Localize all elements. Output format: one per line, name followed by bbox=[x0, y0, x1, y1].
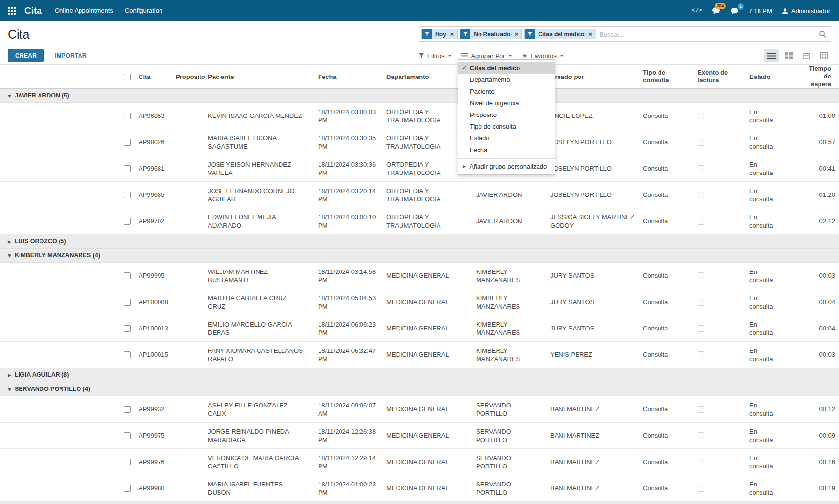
cell-departamento: MEDICINA GENERAL bbox=[386, 298, 449, 306]
cell-creado-por: JOSELYN PORTILLO bbox=[550, 164, 612, 173]
groupby-option-label: Departamento bbox=[470, 76, 510, 83]
topbar-menu-item[interactable]: Configuration bbox=[119, 0, 168, 21]
col-header-creado-por[interactable]: Creado por bbox=[546, 65, 639, 89]
table-row[interactable]: AP99932ASHLEY EILLE GONZALEZ CALIX18/11/… bbox=[0, 396, 839, 423]
groupby-option[interactable]: Propósito bbox=[458, 109, 555, 120]
filter-icon bbox=[422, 29, 432, 39]
table-row[interactable]: AP100015FANY XIOMARA CASTELLANOS RAPALO1… bbox=[0, 342, 839, 368]
cell-cita: AP99975 bbox=[135, 423, 172, 449]
row-checkbox[interactable] bbox=[124, 325, 131, 332]
chat-icon[interactable]: 1 bbox=[730, 7, 739, 15]
col-header-estado[interactable]: Estado bbox=[745, 65, 800, 89]
table-row[interactable]: AP99975JORGE REINALDO PINEDA MARADIAGA18… bbox=[0, 423, 839, 449]
app-brand[interactable]: Cita bbox=[24, 5, 42, 16]
table-row[interactable]: AP99980MARIA ISABEL FUENTES DUBON18/11/2… bbox=[0, 475, 839, 502]
cell-cita: AP99995 bbox=[135, 263, 172, 289]
apps-grid-icon[interactable] bbox=[6, 5, 18, 17]
cell-proposito bbox=[172, 396, 204, 423]
groupby-option[interactable]: Estado bbox=[458, 132, 555, 144]
table-row[interactable]: AP100013EMILIO MARCELLO GARCIA DERAS18/1… bbox=[0, 315, 839, 342]
cell-espera: 02:12 bbox=[800, 208, 839, 234]
row-checkbox[interactable] bbox=[124, 406, 131, 413]
col-header-espera[interactable]: Tiempo de espera bbox=[800, 65, 839, 89]
group-row[interactable]: ▼SERVANDO PORTILLO (4) bbox=[0, 382, 839, 396]
row-checkbox[interactable] bbox=[124, 139, 131, 146]
table-header-row: Cita Propósito Paciente Fecha Departamen… bbox=[0, 65, 839, 89]
cell-paciente: VERONICA DE MARIA GARCIA CASTILLO bbox=[208, 454, 305, 470]
import-button[interactable]: IMPORTAR bbox=[52, 52, 90, 59]
table-row[interactable]: AP100008MARTHA GABRIELA CRUZ CRUZ18/11/2… bbox=[0, 289, 839, 315]
table-row[interactable]: AP99681JOSE YEISON HERNANDEZ VARELA18/11… bbox=[0, 155, 839, 182]
group-row[interactable]: ▶LIGIA AGUILAR (8) bbox=[0, 368, 839, 382]
cell-estado: En consulta bbox=[749, 213, 777, 230]
groupby-option[interactable]: Tipo de consulta bbox=[458, 120, 555, 132]
calendar-view-icon[interactable] bbox=[799, 49, 814, 62]
add-custom-group[interactable]: ▶ Añadir grupo personalizado bbox=[458, 158, 555, 173]
cell-creado-por: BANI MARTINEZ bbox=[550, 405, 599, 413]
list-view-icon[interactable] bbox=[764, 49, 779, 62]
kanban-view-icon[interactable] bbox=[781, 49, 796, 62]
table-row[interactable]: AP96853KEVIN ISAAC GARCIA MENDEZ18/11/20… bbox=[0, 103, 839, 129]
table-row[interactable]: AP99685JOSE FERNANDO CORNEJO AGUILAR18/1… bbox=[0, 182, 839, 208]
person-icon bbox=[782, 8, 788, 14]
row-checkbox[interactable] bbox=[124, 113, 131, 119]
col-header-exento[interactable]: Exento de factura bbox=[694, 65, 745, 89]
row-gutter bbox=[0, 155, 120, 182]
filters-dropdown[interactable]: Filtros bbox=[419, 52, 452, 59]
col-header-paciente[interactable]: Paciente bbox=[204, 65, 314, 89]
cell-estado: En consulta bbox=[749, 160, 777, 177]
groupby-option[interactable]: Departamento bbox=[458, 74, 555, 85]
cell-proposito bbox=[172, 475, 204, 502]
groupby-menu-items: ✓Citas del médicoDepartamentoPacienteNiv… bbox=[458, 62, 555, 155]
row-checkbox[interactable] bbox=[124, 485, 131, 492]
row-checkbox[interactable] bbox=[124, 218, 131, 225]
col-header-fecha[interactable]: Fecha bbox=[314, 65, 382, 89]
row-checkbox[interactable] bbox=[124, 351, 131, 358]
col-header-tipo-consulta[interactable]: Tipo de consulta bbox=[639, 65, 694, 89]
code-icon[interactable]: </> bbox=[692, 7, 702, 14]
groupby-option[interactable]: Paciente bbox=[458, 85, 555, 97]
row-checkbox[interactable] bbox=[124, 432, 131, 439]
groupby-option[interactable]: ✓Citas del médico bbox=[458, 62, 555, 74]
row-checkbox[interactable] bbox=[124, 459, 131, 465]
facet-remove-icon[interactable]: × bbox=[450, 29, 458, 39]
groupby-option[interactable]: Fecha bbox=[458, 144, 555, 155]
select-all-checkbox[interactable] bbox=[124, 74, 131, 80]
favorites-dropdown[interactable]: ★ Favoritos bbox=[522, 52, 563, 59]
table-row[interactable]: AP99995WILLIAM MARTINEZ BUSTAMANTE18/11/… bbox=[0, 263, 839, 289]
pivot-view-icon[interactable] bbox=[817, 49, 831, 62]
facet-remove-icon[interactable]: × bbox=[588, 29, 596, 39]
row-gutter bbox=[0, 129, 120, 155]
group-row[interactable]: ▶LUIS OROZCO (5) bbox=[0, 234, 839, 249]
cell-cita: AP99702 bbox=[135, 208, 172, 234]
search-facets: Hoy×No Realizado×Citas del médico× bbox=[421, 29, 596, 39]
row-gutter bbox=[0, 182, 120, 208]
messages-icon[interactable]: 204 bbox=[712, 7, 720, 15]
cell-medico: SERVANDO PORTILLO bbox=[476, 454, 536, 470]
row-checkbox[interactable] bbox=[124, 165, 131, 172]
topbar-menu-item[interactable]: Online Appointments bbox=[49, 0, 119, 21]
table-row[interactable]: AP98026MARIA ISABEL LICONA SAGASTUME18/1… bbox=[0, 129, 839, 155]
col-header-proposito[interactable]: Propósito bbox=[172, 65, 204, 89]
table-row[interactable]: AP99702EDWIN LEONEL MEJIA ALVARADO18/11/… bbox=[0, 208, 839, 234]
user-menu[interactable]: Administrador bbox=[782, 7, 830, 15]
row-checkbox[interactable] bbox=[124, 192, 131, 198]
cell-creado-por: JURY SANTOS bbox=[550, 298, 594, 306]
groupby-option[interactable]: Nivel de urgencia bbox=[458, 97, 555, 109]
cell-espera: 00:09 bbox=[800, 423, 839, 449]
groupby-dropdown[interactable]: Agrupar Por bbox=[461, 52, 512, 59]
row-checkbox[interactable] bbox=[124, 272, 131, 279]
col-header-cita[interactable]: Cita bbox=[135, 65, 172, 89]
create-button[interactable]: CREAR bbox=[8, 49, 44, 62]
group-row[interactable]: ▼JAVIER ARDON (5) bbox=[0, 89, 839, 103]
col-header-exento-label: Exento de factura bbox=[698, 69, 729, 84]
row-checkbox[interactable] bbox=[124, 299, 131, 306]
cell-medico: JAVIER ARDON bbox=[476, 191, 522, 199]
cell-estado: En consulta bbox=[749, 108, 777, 124]
search-icon[interactable] bbox=[819, 30, 827, 38]
facet-remove-icon[interactable]: × bbox=[514, 29, 522, 39]
cell-fecha: 18/11/2024 03:30:35 PM bbox=[318, 134, 379, 151]
search-input[interactable] bbox=[599, 30, 817, 39]
group-row[interactable]: ▼KIMBERLY MANZANARES (4) bbox=[0, 249, 839, 263]
table-row[interactable]: AP99976VERONICA DE MARIA GARCIA CASTILLO… bbox=[0, 449, 839, 475]
